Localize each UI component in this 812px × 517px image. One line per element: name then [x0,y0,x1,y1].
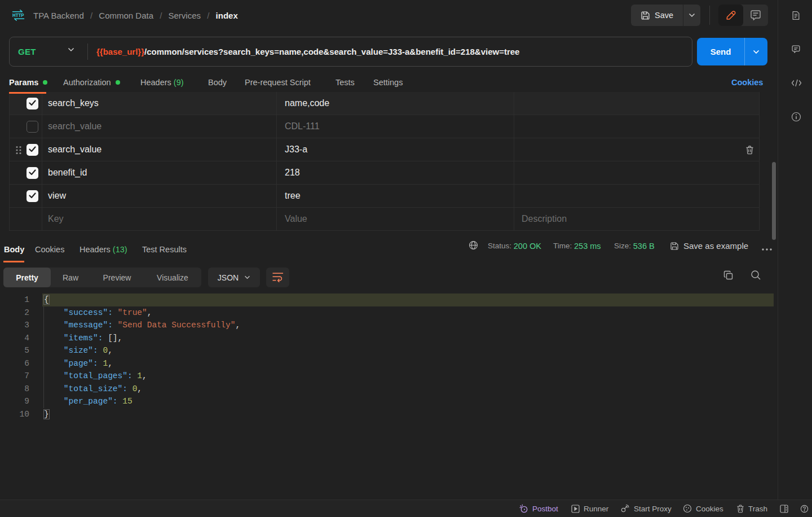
svg-text:HTTP: HTTP [12,12,24,18]
